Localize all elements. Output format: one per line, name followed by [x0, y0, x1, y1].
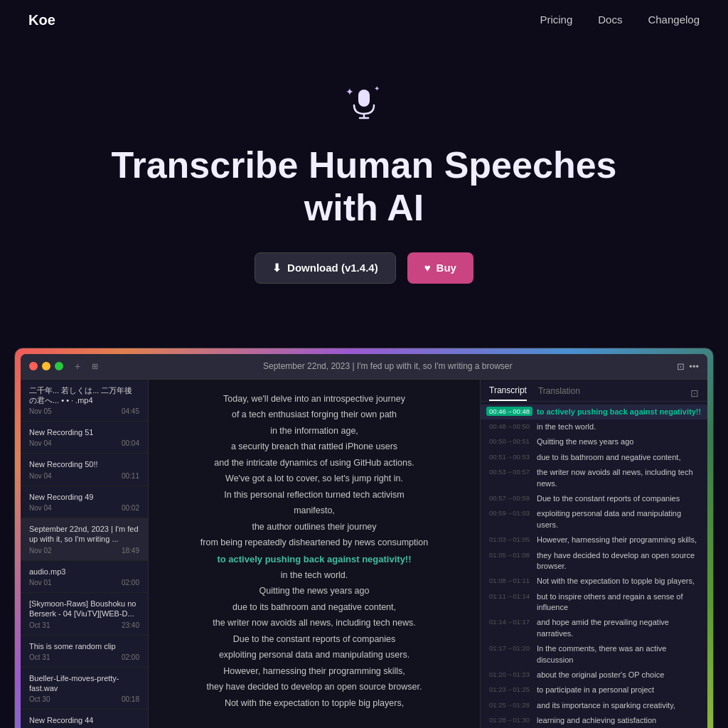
transcript-row[interactable]: 01:28→01:30 learning and achieving satis…: [481, 713, 707, 728]
transcript-row[interactable]: 01:05→01:08 they have decided to develop…: [481, 548, 707, 574]
traffic-lights: [29, 362, 63, 370]
time-badge: 01:25→01:28: [486, 700, 532, 710]
transcript-line: from being repeatedly disheartened by ne…: [163, 535, 466, 551]
sidebar-item-duration: 00:04: [122, 439, 139, 447]
more-icon[interactable]: •••: [689, 361, 699, 372]
sidebar-item-duration: 02:00: [122, 653, 139, 661]
sidebar-item[interactable]: New Recording 44 Oct 30 00:02: [21, 710, 148, 728]
row-text: to participate in a personal project: [537, 685, 654, 695]
app-body: 二千年... 若しくは... 二万年後の君へ... • • · .mp4 Nov…: [21, 380, 707, 728]
titlebar: + ⊞ September 22nd, 2023 | I'm fed up wi…: [21, 354, 707, 380]
tab-transcript[interactable]: Transcript: [489, 385, 527, 401]
sidebar-item[interactable]: New Recording 49 Nov 04 00:02: [21, 486, 148, 518]
svg-text:✦: ✦: [346, 86, 354, 97]
sidebar-item[interactable]: audio.mp3 Nov 01 02:00: [21, 561, 148, 593]
time-badge: 01:05→01:08: [486, 550, 532, 560]
copy-icon[interactable]: ⊡: [690, 387, 699, 399]
transcript-line: Due to the constant reports of companies: [163, 631, 466, 648]
row-text: However, harnessing their programming sk…: [537, 535, 697, 545]
transcript-row[interactable]: 00:46→00:48 to actively pushing back aga…: [481, 405, 707, 419]
maximize-button[interactable]: [55, 362, 63, 370]
transcript-line: However, harnessing their programming sk…: [163, 663, 466, 680]
transcript-row[interactable]: 01:25→01:28 and its importance in sparki…: [481, 698, 707, 713]
sidebar-item-meta: Nov 02 18:49: [29, 547, 139, 555]
download-label: Download (v1.4.4): [287, 262, 378, 274]
sidebar-item[interactable]: This is some random clip Oct 31 02:00: [21, 636, 148, 668]
download-button[interactable]: ⬇ Download (v1.4.4): [255, 252, 396, 284]
buy-button[interactable]: ♥ Buy: [407, 252, 473, 284]
expand-icon[interactable]: ⊡: [677, 361, 685, 372]
sidebar-item-title: [Skymoon-Raws] Boushoku no Berserk - 04 …: [29, 599, 139, 619]
sidebar-item-meta: Oct 31 23:40: [29, 621, 139, 629]
app-window: + ⊞ September 22nd, 2023 | I'm fed up wi…: [14, 348, 714, 728]
hero-title: Transcribe Human Speeches with AI: [80, 144, 648, 230]
sidebar-item[interactable]: New Recording 51 Nov 04 00:04: [21, 422, 148, 454]
svg-rect-2: [358, 90, 370, 107]
titlebar-actions: ⊡ •••: [677, 361, 699, 372]
sidebar-item-meta: Oct 30 00:18: [29, 695, 139, 703]
sidebar-item-duration: 00:18: [122, 695, 139, 703]
transcript-row[interactable]: 01:03→01:05 However, harnessing their pr…: [481, 532, 707, 547]
transcript-line: in the tech world.: [163, 567, 466, 584]
transcript-line: a security breach that rattled iPhone us…: [163, 439, 466, 455]
nav-logo[interactable]: Koe: [28, 12, 55, 28]
time-badge: 01:08→01:11: [486, 576, 532, 585]
transcript-row[interactable]: 00:50→00:51 Quitting the news years ago: [481, 434, 707, 449]
transcript-row[interactable]: 01:08→01:11 Not with the expectation to …: [481, 574, 707, 589]
hero-section: ✦ ✦ Transcribe Human Speeches with AI ⬇ …: [0, 40, 728, 348]
sidebar-item-date: Oct 31: [29, 653, 50, 661]
close-button[interactable]: [29, 362, 38, 370]
nav-changelog[interactable]: Changelog: [648, 14, 700, 26]
sidebar-item-duration: 00:11: [122, 472, 139, 480]
transcript-line: Quitting the news years ago: [163, 583, 466, 599]
time-badge: 00:50→00:51: [486, 437, 532, 446]
nav-pricing[interactable]: Pricing: [540, 14, 572, 26]
transcript-row[interactable]: 01:23→01:25 to participate in a personal…: [481, 682, 707, 697]
sidebar-item[interactable]: September 22nd, 2023 | I'm fed up with i…: [21, 518, 148, 561]
sidebar-item-title: September 22nd, 2023 | I'm fed up with i…: [29, 524, 139, 545]
row-text: but to inspire others and regain a sense…: [537, 592, 702, 614]
time-badge: 01:14→01:17: [486, 617, 532, 626]
row-text: Quitting the news years ago: [537, 437, 633, 447]
transcript-row[interactable]: 01:11→01:14 but to inspire others and re…: [481, 589, 707, 616]
sidebar-item[interactable]: 二千年... 若しくは... 二万年後の君へ... • • · .mp4 Nov…: [21, 380, 148, 422]
sidebar-item[interactable]: New Recording 50!! Nov 04 00:11: [21, 454, 148, 486]
transcript-row[interactable]: 00:48→00:50 in the tech world.: [481, 419, 707, 434]
row-text: and hope amid the prevailing negative na…: [537, 617, 702, 639]
row-text: in the tech world.: [537, 422, 596, 432]
time-badge: 01:28→01:30: [486, 715, 532, 724]
transcript-row[interactable]: 01:20→01:23 about the original poster's …: [481, 668, 707, 682]
transcript-line: they have decided to develop an open sou…: [163, 679, 466, 695]
transcript-row[interactable]: 01:17→01:20 In the comments, there was a…: [481, 641, 707, 668]
sidebar-item-meta: Nov 04 00:04: [29, 439, 139, 447]
mic-icon: ✦ ✦: [344, 82, 384, 130]
nav-links: Pricing Docs Changelog: [540, 14, 700, 26]
transcript-row[interactable]: 01:14→01:17 and hope amid the prevailing…: [481, 615, 707, 641]
sidebar-item-title: New Recording 51: [29, 427, 139, 437]
sidebar: 二千年... 若しくは... 二万年後の君へ... • • · .mp4 Nov…: [21, 380, 149, 728]
sidebar-item-duration: 00:02: [122, 504, 139, 512]
sidebar-item[interactable]: [Skymoon-Raws] Boushoku no Berserk - 04 …: [21, 593, 148, 636]
sidebar-item-date: Nov 04: [29, 504, 52, 512]
heart-icon: ♥: [424, 262, 431, 274]
sidebar-item-date: Nov 04: [29, 439, 52, 447]
panel-tabs: Transcript Translation ⊡: [481, 380, 707, 402]
transcript-row[interactable]: 00:59→01:03 exploiting personal data and…: [481, 506, 707, 532]
transcript-line: to actively pushing back against negativ…: [163, 551, 466, 567]
row-text: learning and achieving satisfaction: [537, 715, 656, 726]
sidebar-item[interactable]: Bueller-Life-moves-pretty-fast.wav Oct 3…: [21, 668, 148, 710]
minimize-button[interactable]: [42, 362, 50, 370]
transcript-line: of a tech enthusiast forging their own p…: [163, 407, 466, 423]
transcript-row[interactable]: 00:57→00:59 Due to the constant reports …: [481, 491, 707, 506]
transcript-row[interactable]: 00:53→00:57 the writer now avoids all ne…: [481, 465, 707, 491]
sidebar-item-title: audio.mp3: [29, 567, 139, 577]
transcript-line: and the intricate dynamics of using GitH…: [163, 455, 466, 471]
add-icon[interactable]: +: [75, 360, 80, 372]
row-text: and its importance in sparking creativit…: [537, 700, 675, 711]
tab-translation[interactable]: Translation: [538, 386, 580, 400]
sidebar-icon[interactable]: ⊞: [92, 362, 98, 371]
transcript-row[interactable]: 00:51→00:53 due to its bathroom and nega…: [481, 450, 707, 465]
nav-docs[interactable]: Docs: [598, 14, 622, 26]
navbar: Koe Pricing Docs Changelog: [0, 0, 728, 40]
svg-text:✦: ✦: [374, 85, 380, 92]
